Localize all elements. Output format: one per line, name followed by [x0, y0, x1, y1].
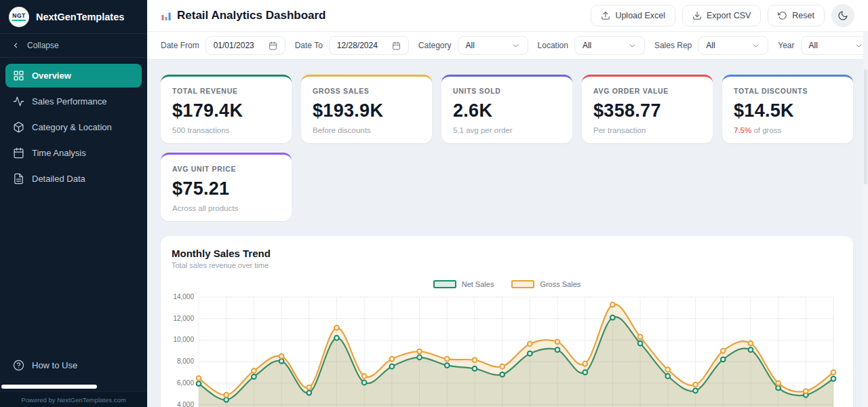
header: Retail Analytics Dashboard Upload ExcelE…: [147, 0, 868, 32]
point-gross-sales[interactable]: [555, 339, 560, 344]
monthly-sales-trend-chart: 4,0006,0008,00010,00012,00014,000: [172, 290, 839, 407]
collapse-button[interactable]: Collapse: [0, 34, 147, 58]
point-net-sales[interactable]: [362, 381, 367, 385]
sidebar-item-how-to-use[interactable]: How to Use: [5, 353, 142, 377]
page-scrollbar-thumb[interactable]: [864, 69, 867, 185]
point-net-sales[interactable]: [279, 359, 284, 364]
point-net-sales[interactable]: [528, 351, 532, 356]
kpi-value: $358.77: [593, 100, 701, 121]
point-gross-sales[interactable]: [224, 393, 229, 398]
point-net-sales[interactable]: [693, 388, 698, 393]
point-gross-sales[interactable]: [473, 357, 477, 362]
filter-label: Year: [778, 41, 794, 50]
filter-category: CategoryAll: [418, 36, 528, 55]
point-gross-sales[interactable]: [417, 349, 422, 354]
point-net-sales[interactable]: [197, 381, 201, 386]
point-net-sales[interactable]: [500, 372, 505, 377]
point-gross-sales[interactable]: [693, 383, 698, 387]
chevron-down-icon: [854, 41, 863, 50]
legend-item-net-sales[interactable]: Net Sales: [433, 280, 494, 288]
point-net-sales[interactable]: [583, 370, 587, 375]
point-net-sales[interactable]: [665, 374, 670, 379]
kpi-value: $14.5K: [734, 100, 842, 121]
activity-icon: [13, 96, 24, 107]
kpi-value: $179.4K: [172, 100, 280, 121]
sales-rep-select[interactable]: All: [698, 36, 768, 55]
button-label: Reset: [792, 11, 814, 20]
point-gross-sales[interactable]: [804, 389, 808, 393]
point-gross-sales[interactable]: [749, 341, 753, 346]
sidebar-item-overview[interactable]: Overview: [5, 64, 142, 88]
help-label: How to Use: [32, 360, 77, 370]
point-net-sales[interactable]: [417, 355, 422, 360]
reset-button[interactable]: Reset: [768, 5, 825, 26]
point-gross-sales[interactable]: [610, 303, 615, 307]
kpi-label: AVG ORDER VALUE: [593, 87, 701, 95]
point-net-sales[interactable]: [473, 366, 477, 371]
kpi-sub: Across all products: [172, 204, 280, 212]
point-net-sales[interactable]: [610, 315, 615, 320]
point-net-sales[interactable]: [445, 363, 450, 368]
date-from-input[interactable]: 01/01/2023: [205, 36, 285, 55]
rotate-ccw-icon: [778, 11, 787, 20]
export-csv-button[interactable]: Export CSV: [682, 5, 761, 26]
point-gross-sales[interactable]: [362, 374, 367, 379]
package-icon: [13, 121, 24, 133]
upload-excel-button[interactable]: Upload Excel: [591, 5, 675, 26]
filter-location: LocationAll: [538, 36, 645, 55]
kpi-sub: 500 transactions: [172, 126, 280, 134]
chevron-down-icon: [751, 41, 760, 50]
point-gross-sales[interactable]: [665, 368, 670, 372]
point-net-sales[interactable]: [721, 357, 726, 362]
collapse-label: Collapse: [27, 41, 59, 50]
point-gross-sales[interactable]: [252, 368, 256, 373]
sidebar-spacer: [0, 199, 147, 353]
sidebar-item-label: Sales Performance: [32, 96, 107, 106]
location-select[interactable]: All: [574, 36, 645, 55]
point-gross-sales[interactable]: [389, 357, 394, 362]
point-gross-sales[interactable]: [334, 326, 339, 330]
kpi-sub: 7.5% of gross: [734, 126, 842, 134]
point-gross-sales[interactable]: [528, 342, 532, 347]
point-net-sales[interactable]: [224, 398, 229, 402]
point-net-sales[interactable]: [555, 347, 560, 352]
point-gross-sales[interactable]: [197, 376, 201, 381]
date-to-input[interactable]: 12/28/2024: [329, 36, 409, 55]
sidebar-item-detailed-data[interactable]: Detailed Data: [5, 167, 142, 191]
category-select[interactable]: All: [458, 36, 528, 55]
point-net-sales[interactable]: [831, 376, 836, 381]
point-gross-sales[interactable]: [307, 385, 311, 390]
filter-value: 12/28/2024: [337, 41, 378, 50]
sidebar-item-time-analysis[interactable]: Time Analysis: [5, 141, 142, 165]
point-net-sales[interactable]: [389, 364, 394, 369]
file-text-icon: [13, 173, 24, 185]
point-gross-sales[interactable]: [583, 362, 587, 366]
point-gross-sales[interactable]: [831, 370, 836, 375]
y-axis-tick-label: 10,000: [173, 336, 194, 343]
sidebar-item-sales-performance[interactable]: Sales Performance: [5, 90, 142, 113]
point-net-sales[interactable]: [776, 386, 781, 391]
kpi-card-avg-unit-price: AVG UNIT PRICE$75.21Across all products: [161, 153, 292, 221]
point-net-sales[interactable]: [334, 336, 339, 341]
theme-toggle-button[interactable]: [831, 4, 854, 27]
point-gross-sales[interactable]: [776, 381, 781, 385]
help-circle-icon: [13, 360, 24, 371]
point-net-sales[interactable]: [252, 374, 256, 379]
point-gross-sales[interactable]: [721, 349, 726, 353]
sidebar-horizontal-scrollbar[interactable]: [1, 385, 97, 389]
point-net-sales[interactable]: [638, 341, 643, 346]
year-select[interactable]: All: [801, 36, 868, 55]
point-net-sales[interactable]: [307, 391, 311, 395]
sidebar-item-category-location[interactable]: Category & Location: [5, 115, 142, 139]
point-gross-sales[interactable]: [638, 334, 643, 339]
point-gross-sales[interactable]: [279, 354, 284, 359]
kpi-label: TOTAL DISCOUNTS: [734, 87, 842, 95]
point-gross-sales[interactable]: [445, 357, 450, 362]
y-axis-tick-label: 12,000: [173, 315, 194, 322]
point-gross-sales[interactable]: [500, 364, 505, 369]
point-net-sales[interactable]: [749, 347, 753, 352]
sidebar-item-label: Time Analysis: [32, 148, 86, 158]
y-axis-tick-label: 8,000: [177, 357, 194, 365]
chart-subtitle: Total sales revenue over time: [172, 261, 842, 269]
legend-item-gross-sales[interactable]: Gross Sales: [511, 280, 580, 288]
